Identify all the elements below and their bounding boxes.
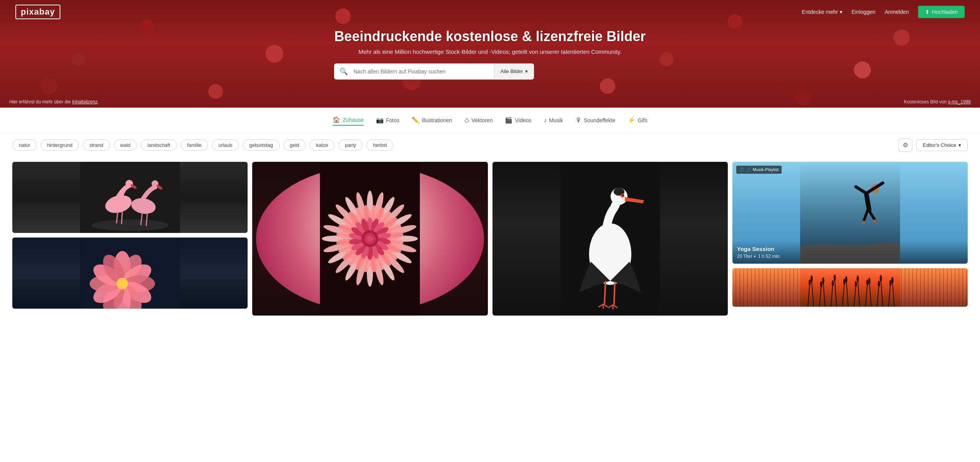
music-note-icon: 🎵 [739, 167, 745, 172]
tab-videos[interactable]: 🎬 Videos [505, 115, 531, 125]
hero-section: pixabay Entdecke mehr ▾ Einloggen Anmeld… [0, 0, 980, 108]
yoga-playlist-title: Yoga Session [737, 246, 963, 252]
svg-point-134 [834, 274, 836, 281]
filter-chevron-icon: ▾ [525, 68, 528, 74]
filter-party[interactable]: party [338, 140, 363, 151]
sound-icon: 🎙 [576, 117, 582, 124]
credit-link[interactable]: s-ms_1989 [948, 99, 971, 105]
tab-fotos[interactable]: 📷 Fotos [376, 115, 399, 125]
nav-right: Entdecke mehr ▾ Einloggen Anmelden ⬆ Hoc… [802, 6, 965, 18]
explore-link[interactable]: Entdecke mehr ▾ [802, 9, 842, 15]
grid-col-4: 🎵 🎵 Musik-Playlist Yoga Session 20 Titel… [732, 162, 968, 307]
svg-point-99 [622, 194, 624, 196]
tab-vektoren[interactable]: ◇ Vektoren [464, 115, 492, 125]
filter-urlaub[interactable]: urlaub [212, 140, 239, 151]
search-icon: 🔍 [334, 63, 353, 80]
filter-hintergrund[interactable]: hintergrund [41, 140, 79, 151]
gif-icon: ⚡ [628, 116, 636, 124]
svg-point-130 [810, 275, 813, 282]
upload-button[interactable]: ⬆ Hochladen [918, 6, 965, 18]
filter-familie[interactable]: familie [181, 140, 208, 151]
svg-line-101 [614, 282, 615, 305]
lotus-image[interactable] [12, 238, 248, 309]
filters-row: natur hintergrund strand wald landschaft… [0, 133, 980, 157]
svg-rect-112 [800, 268, 900, 307]
register-link[interactable]: Anmelden [885, 9, 909, 15]
pencil-icon: ✏️ [412, 116, 419, 124]
image-grid: 🎵 🎵 Musik-Playlist Yoga Session 20 Titel… [0, 157, 980, 320]
login-link[interactable]: Einloggen [852, 9, 875, 15]
svg-point-129 [809, 279, 811, 286]
tab-illustrationen[interactable]: ✏️ Illustrationen [412, 115, 452, 125]
chevron-down-icon: ▾ [840, 9, 842, 15]
chrysanthemum-image[interactable] [252, 162, 488, 316]
svg-point-138 [857, 275, 859, 282]
home-icon: 🏠 [333, 116, 340, 123]
filter-natur[interactable]: natur [12, 140, 37, 151]
hero-title: Beeindruckende kostenlose & lizenzfreie … [334, 28, 646, 45]
gear-icon: ⚙ [903, 142, 908, 148]
logo[interactable]: pixabay [15, 5, 60, 19]
search-bar: 🔍 Alle Bilder ▾ [334, 63, 534, 80]
license-text: Hier erfährst du mehr über die Inhaltsli… [9, 99, 99, 105]
camera-icon: 📷 [376, 116, 384, 124]
svg-point-144 [891, 277, 893, 284]
editors-choice-button[interactable]: Editor's Choice ▾ [916, 139, 968, 151]
filter-landschaft[interactable]: landschaft [141, 140, 176, 151]
search-input[interactable] [353, 64, 494, 79]
svg-point-133 [832, 280, 834, 286]
tab-soundeffekte[interactable]: 🎙 Soundeffekte [576, 115, 616, 125]
license-link[interactable]: Inhaltslizenz [72, 99, 97, 105]
svg-point-131 [820, 281, 822, 288]
hero-content: Beeindruckende kostenlose & lizenzfreie … [334, 28, 646, 80]
tab-gifs[interactable]: ⚡ Gifs [628, 115, 647, 125]
settings-button[interactable]: ⚙ [898, 138, 912, 152]
reeds-image[interactable] [732, 268, 968, 307]
filter-geld[interactable]: geld [283, 140, 306, 151]
search-filter-dropdown[interactable]: Alle Bilder ▾ [494, 64, 534, 79]
svg-point-137 [855, 281, 857, 287]
filter-herbst[interactable]: herbst [366, 140, 393, 151]
navbar: pixabay Entdecke mehr ▾ Einloggen Anmeld… [0, 0, 980, 24]
grid-col-1 [12, 162, 248, 309]
svg-point-23 [116, 278, 128, 289]
filter-tags: natur hintergrund strand wald landschaft… [12, 140, 393, 151]
svg-point-142 [880, 275, 882, 282]
grid-col-3 [492, 162, 728, 316]
separator-dot [754, 256, 755, 257]
tab-zuhause[interactable]: 🏠 Zuhause [333, 115, 363, 126]
filter-right: ⚙ Editor's Choice ▾ [898, 138, 968, 152]
yoga-playlist-card[interactable]: 🎵 🎵 Musik-Playlist Yoga Session 20 Titel… [732, 162, 968, 264]
vector-icon: ◇ [464, 116, 469, 124]
stork-image[interactable] [492, 162, 728, 316]
yoga-playlist-meta: 20 Titel 1 h 52 min [737, 254, 963, 259]
tab-musik[interactable]: ♪ Musik [544, 115, 563, 125]
svg-point-93 [367, 236, 373, 242]
nav-tabs: 🏠 Zuhause 📷 Fotos ✏️ Illustrationen ◇ Ve… [0, 108, 980, 133]
hero-footer: Hier erfährst du mehr über die Inhaltsli… [0, 99, 980, 105]
flamingo-image[interactable] [12, 162, 248, 233]
filter-katze[interactable]: katze [309, 140, 334, 151]
music-playlist-badge: 🎵 🎵 Musik-Playlist [736, 166, 782, 174]
svg-point-141 [878, 281, 880, 287]
svg-point-140 [868, 278, 870, 284]
music-icon: ♪ [544, 117, 547, 124]
filter-wald[interactable]: wald [114, 140, 137, 151]
upload-icon: ⬆ [925, 9, 930, 15]
filter-strand[interactable]: strand [83, 140, 110, 151]
svg-point-136 [845, 276, 847, 283]
hero-subtitle: Mehr als eine Million hochwertige Stock-… [334, 48, 646, 55]
svg-point-1 [92, 219, 168, 231]
yoga-playlist-info: Yoga Session 20 Titel 1 h 52 min [737, 246, 963, 259]
svg-line-5 [121, 212, 122, 224]
svg-point-132 [822, 277, 824, 284]
filter-geburtstag[interactable]: geburtstag [243, 140, 279, 151]
credit-text: Kostenloses Bild von s-ms_1989 [904, 99, 971, 105]
editors-choice-chevron-icon: ▾ [958, 142, 961, 148]
video-icon: 🎬 [505, 116, 512, 124]
grid-col-2 [252, 162, 488, 316]
